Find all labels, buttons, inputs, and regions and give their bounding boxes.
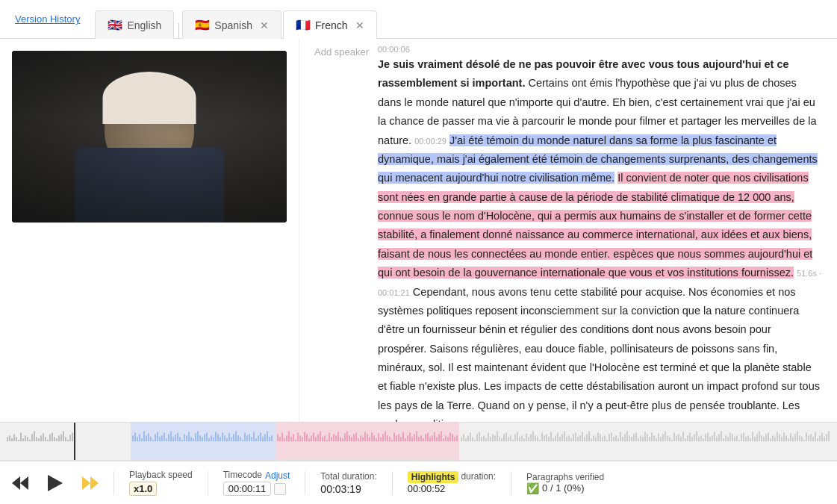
video-player[interactable] xyxy=(12,51,287,223)
waveform-container[interactable] xyxy=(0,422,837,461)
tabs-container: 🇬🇧 English 🇪🇸 Spanish ✕ 🇫🇷 French ✕ xyxy=(89,0,378,38)
tab-french-label: French xyxy=(315,19,348,31)
rewind-button[interactable] xyxy=(12,476,28,490)
play-button[interactable] xyxy=(43,471,67,495)
english-flag: 🇬🇧 xyxy=(108,18,122,32)
highlights-group: Highlights duration: 00:00:52 xyxy=(408,471,496,494)
timecode-start: 00:00:06 xyxy=(378,45,822,54)
svg-marker-344 xyxy=(12,476,20,490)
paragraphs-group: Paragraphs verified ✅ 0 / 1 (0%) xyxy=(526,472,604,494)
main-content: Add speaker 00:00:06 Je suis vraiment dé… xyxy=(0,39,837,422)
speed-display[interactable]: x1.0 xyxy=(129,482,157,496)
divider-2 xyxy=(208,471,208,495)
timecode-box: 00:00:11 xyxy=(223,482,272,496)
tab-french-close[interactable]: ✕ xyxy=(352,20,364,31)
timecode-label: Timecode xyxy=(223,470,262,480)
version-history-link[interactable]: Version History xyxy=(6,13,89,25)
timecode-mid: 00:00:29 xyxy=(414,137,446,146)
svg-marker-346 xyxy=(82,476,90,490)
divider-5 xyxy=(511,471,511,495)
tab-spanish[interactable]: 🇪🇸 Spanish ✕ xyxy=(182,10,281,39)
add-speaker-button[interactable]: Add speaker xyxy=(314,45,378,57)
french-flag: 🇫🇷 xyxy=(296,18,311,32)
bottom-area: Playback speed x1.0 Timecode Adjust 00:0… xyxy=(0,422,837,504)
tab-spanish-close[interactable]: ✕ xyxy=(257,20,269,31)
playback-speed-label: Playback speed xyxy=(129,470,193,480)
tab-french[interactable]: 🇫🇷 French ✕ xyxy=(283,10,377,39)
transcript-block: 00:00:06 Je suis vraiment désolé de ne p… xyxy=(378,45,822,422)
play-icon xyxy=(48,475,63,491)
paragraphs-value: 0 / 1 (0%) xyxy=(542,482,584,494)
svg-marker-347 xyxy=(90,476,99,490)
timecode-indicator xyxy=(274,483,286,495)
person-hair xyxy=(103,72,196,124)
controls-bar: Playback speed x1.0 Timecode Adjust 00:0… xyxy=(0,461,837,504)
transcript-text: Je suis vraiment désolé de ne pas pouvoi… xyxy=(378,55,822,422)
timecode-group: Timecode Adjust 00:00:11 xyxy=(223,470,290,496)
tab-english-label: English xyxy=(127,19,161,31)
waveform-svg xyxy=(0,423,837,460)
transcript-panel: Add speaker 00:00:06 Je suis vraiment dé… xyxy=(299,39,837,422)
divider-1 xyxy=(113,471,114,495)
spanish-flag: 🇪🇸 xyxy=(195,18,210,32)
left-panel xyxy=(0,39,299,422)
person-body xyxy=(75,148,224,223)
normal-text-2: Cependant, nous avons tenu cette stabili… xyxy=(378,286,820,423)
svg-rect-1 xyxy=(131,423,276,460)
playback-speed-value: x1.0 xyxy=(129,482,157,496)
rewind-icon xyxy=(12,476,28,490)
playback-speed-group: Playback speed x1.0 xyxy=(129,470,193,496)
tab-divider xyxy=(178,23,179,38)
highlights-label: Highlights xyxy=(408,471,459,483)
tab-spanish-label: Spanish xyxy=(214,19,252,31)
paragraphs-label: Paragraphs verified xyxy=(526,472,604,482)
fast-forward-icon xyxy=(82,476,99,490)
total-duration-value: 00:03:19 xyxy=(320,483,361,495)
divider-4 xyxy=(392,471,393,495)
tab-english[interactable]: 🇬🇧 English xyxy=(95,10,174,39)
highlights-duration-value: 00:00:52 xyxy=(408,483,446,494)
total-duration-group: Total duration: 00:03:19 xyxy=(320,471,376,495)
divider-3 xyxy=(305,471,305,495)
speaker-row: Add speaker 00:00:06 Je suis vraiment dé… xyxy=(314,39,822,422)
fast-forward-button[interactable] xyxy=(82,476,99,490)
svg-marker-345 xyxy=(48,475,63,491)
header: Version History 🇬🇧 English 🇪🇸 Spanish ✕ … xyxy=(0,0,837,39)
video-frame xyxy=(12,51,287,223)
svg-marker-343 xyxy=(20,476,28,490)
timecode-adjust-link[interactable]: Adjust xyxy=(265,470,290,481)
video-area xyxy=(0,39,299,228)
timecode-value-display: 00:00:11 xyxy=(223,482,287,496)
check-icon: ✅ xyxy=(526,482,539,494)
highlight-pink: Il convient de noter que nos civilisatio… xyxy=(378,172,812,279)
total-duration-label: Total duration: xyxy=(320,471,376,482)
paragraphs-value-row: ✅ 0 / 1 (0%) xyxy=(526,482,604,494)
highlights-duration-label: duration: xyxy=(461,471,496,482)
